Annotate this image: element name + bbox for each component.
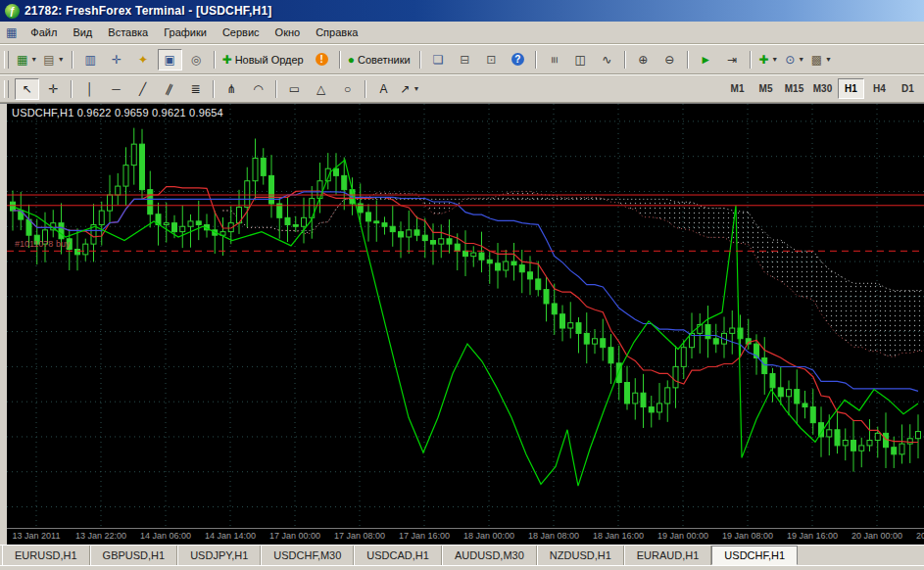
periods-button[interactable]: ⊙▼	[783, 49, 807, 71]
terminal-button[interactable]: ▣	[158, 49, 182, 71]
chart-window-button[interactable]: ❏	[426, 49, 451, 71]
timeframe-d1-button[interactable]: D1	[895, 78, 921, 99]
line-icon: ∿	[602, 54, 611, 66]
channel-button[interactable]: ∥	[157, 78, 181, 100]
triangle-button[interactable]: △	[309, 78, 333, 100]
pitchfork-button[interactable]: ⋔	[219, 78, 244, 100]
toolbar-separator	[624, 51, 626, 69]
shift-icon: ⇥	[727, 54, 737, 66]
toolbar-separator	[213, 80, 215, 98]
arrows-button[interactable]: ↗▼	[398, 78, 422, 100]
new-chart-button[interactable]: ▦▼	[15, 49, 39, 71]
timeframe-h1-button[interactable]: H1	[838, 78, 864, 99]
horizontal-line-icon: ─	[112, 83, 121, 95]
chart-plot-area[interactable]: #1011078 buy USDCHF,H1 0.9622 0.9659 0.9…	[7, 104, 924, 528]
rectangle-button[interactable]: ▭	[282, 78, 307, 100]
chart-tab-usdchf-h1[interactable]: USDCHF,H1	[711, 546, 798, 565]
zoom-in-button[interactable]: ⊕	[631, 49, 656, 71]
dropdown-arrow-icon[interactable]: ▼	[825, 56, 832, 63]
timeframe-h4-button[interactable]: H4	[866, 78, 893, 99]
chart-tab-eurusd-h1[interactable]: EURUSD,H1	[2, 546, 90, 565]
trendline-button[interactable]: ╱	[130, 78, 155, 100]
fibonacci-icon: ≣	[190, 83, 200, 95]
dropdown-arrow-icon[interactable]: ▼	[58, 56, 65, 63]
menu-service[interactable]: Сервис	[215, 24, 267, 41]
chart-tab-audusd-m30[interactable]: AUDUSD,M30	[442, 546, 537, 565]
profiles-button[interactable]: ▤▼	[41, 49, 66, 71]
strategy-tester-button[interactable]: ◎	[184, 49, 209, 71]
time-axis-label: 18 Jan 00:00	[463, 531, 514, 541]
time-axis-label: 14 Jan 14:00	[205, 531, 256, 541]
order-line-label: #1011078 buy	[15, 239, 71, 249]
price-chart[interactable]: #1011078 buy	[7, 104, 924, 528]
menu-view[interactable]: Вид	[65, 24, 100, 41]
bars-icon: ≡	[548, 56, 559, 63]
vertical-line-icon: │	[86, 83, 94, 95]
time-axis[interactable]: 13 Jan 201113 Jan 22:0014 Jan 06:0014 Ja…	[7, 528, 924, 545]
toolbar-line-studies: ↖✛│─╱∥≣⋔◠▭△○A↗▼M1M5M15M30H1H4D1	[0, 74, 924, 103]
data-window-button[interactable]: ✛	[105, 49, 129, 71]
help-button[interactable]: ?	[506, 49, 530, 71]
chart-tab-nzdusd-h1[interactable]: NZDUSD,H1	[537, 546, 624, 565]
window-title: 21782: FreshForex Terminal - [USDCHF,H1]	[24, 4, 272, 18]
expert-advisors-button[interactable]: ●Советники	[346, 49, 414, 71]
new-order-button-label: Новый Ордер	[235, 54, 306, 66]
crosshair-button[interactable]: ✛	[41, 78, 66, 100]
text-label-button[interactable]: A	[371, 78, 396, 100]
alert-button[interactable]: !	[310, 49, 334, 71]
preview-icon: ⊡	[486, 54, 496, 66]
candlestick-chart-button[interactable]: ◫	[568, 49, 593, 71]
dropdown-arrow-icon[interactable]: ▼	[771, 56, 778, 63]
strategy-tester-icon: ◎	[191, 54, 201, 66]
print-button[interactable]: ⊟	[453, 49, 477, 71]
time-axis-label: 17 Jan 00:00	[269, 531, 320, 541]
chart-mdi-icon[interactable]: ▦	[2, 25, 23, 39]
menu-help[interactable]: Справка	[308, 24, 365, 41]
kijun-sen-line	[13, 192, 918, 392]
zoom-out-button[interactable]: ⊖	[657, 49, 682, 71]
time-axis-label: 13 Jan 22:00	[75, 531, 126, 541]
timeframe-m5-button[interactable]: M5	[753, 78, 779, 99]
horizontal-line-button[interactable]: ─	[104, 78, 128, 100]
auto-scroll-button[interactable]: ►	[694, 49, 718, 71]
zoom-out-icon: ⊖	[664, 54, 674, 66]
cycle-lines-button[interactable]: ◠	[246, 78, 270, 100]
time-axis-label: 13 Jan 2011	[13, 531, 61, 541]
chart-ohlc-header: USDCHF,H1 0.9622 0.9659 0.9621 0.9654	[12, 107, 223, 119]
chart-tab-usdcad-h1[interactable]: USDCAD,H1	[354, 546, 442, 565]
cursor-button[interactable]: ↖	[15, 78, 39, 100]
print-preview-button[interactable]: ⊡	[479, 49, 504, 71]
menu-file[interactable]: Файл	[23, 24, 65, 41]
timeframe-m1-button[interactable]: M1	[724, 78, 751, 99]
templates-button[interactable]: ▩▼	[809, 49, 834, 71]
menu-charts[interactable]: Графики	[156, 24, 215, 41]
navigator-button[interactable]: ✦	[131, 49, 156, 71]
chart-tab-gbpusd-h1[interactable]: GBPUSD,H1	[90, 546, 178, 565]
bar-chart-button[interactable]: ≡	[542, 49, 566, 71]
dropdown-arrow-icon[interactable]: ▼	[413, 85, 420, 92]
timeframe-m30-button[interactable]: M30	[809, 78, 836, 99]
pitchfork-icon: ⋔	[226, 83, 236, 95]
fibonacci-button[interactable]: ≣	[183, 78, 208, 100]
timeframe-m15-button[interactable]: M15	[781, 78, 807, 99]
data-window-icon: ✛	[112, 54, 122, 66]
chart-tab-usdchf-m30[interactable]: USDCHF,M30	[261, 546, 354, 565]
navigator-star-icon: ✦	[138, 54, 148, 66]
dropdown-arrow-icon[interactable]: ▼	[30, 56, 37, 63]
title-bar[interactable]: ƒ 21782: FreshForex Terminal - [USDCHF,H…	[0, 0, 924, 22]
channel-icon: ∥	[164, 82, 174, 95]
cycle-lines-icon: ◠	[253, 83, 263, 95]
chart-tab-usdjpy-h1[interactable]: USDJPY,H1	[177, 546, 261, 565]
line-chart-button[interactable]: ∿	[595, 49, 619, 71]
chart-tab-euraud-h1[interactable]: EURAUD,H1	[624, 546, 712, 565]
menu-window[interactable]: Окно	[267, 24, 309, 41]
new-order-button[interactable]: ✚Новый Ордер	[220, 49, 308, 71]
indicators-button[interactable]: ✚▼	[756, 49, 781, 71]
market-watch-button[interactable]: ▥	[78, 49, 103, 71]
chart-shift-button[interactable]: ⇥	[720, 49, 745, 71]
menu-insert[interactable]: Вставка	[100, 24, 156, 41]
ellipse-button[interactable]: ○	[335, 78, 360, 100]
dropdown-arrow-icon[interactable]: ▼	[798, 56, 804, 63]
vertical-line-button[interactable]: │	[77, 78, 102, 100]
time-axis-label: 19 Jan 00:00	[657, 531, 708, 541]
